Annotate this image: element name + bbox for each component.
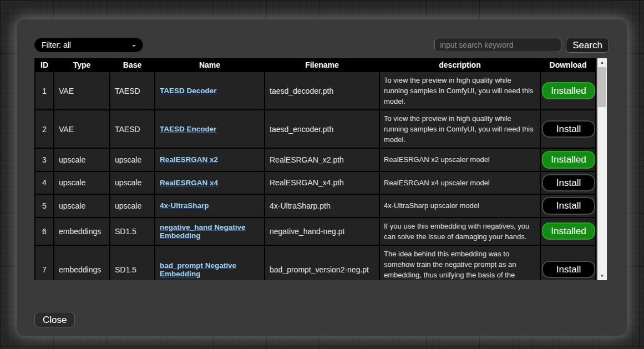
cell-filename: bad_prompt_version2-neg.pt xyxy=(265,245,379,280)
cell-download: Install xyxy=(540,171,596,195)
model-table-body: 1VAETAESDTAESD Decodertaesd_decoder.pthT… xyxy=(35,72,596,280)
header-id: ID xyxy=(35,59,54,72)
search-input[interactable] xyxy=(434,38,561,52)
installed-button[interactable]: Installed xyxy=(542,222,595,240)
cell-filename: RealESRGAN_x4.pth xyxy=(265,171,379,195)
cell-id: 3 xyxy=(35,148,54,171)
dialog-toolbar: Filter: all ⌄ Search xyxy=(34,38,609,52)
cell-id: 1 xyxy=(35,72,54,110)
cell-name: negative_hand Negative Embedding xyxy=(155,218,265,245)
cell-download: Installed xyxy=(540,72,596,110)
cell-name: TAESD Encoder xyxy=(155,110,265,148)
cell-base: SD1.5 xyxy=(110,218,155,245)
cell-download: Install xyxy=(540,245,596,280)
cell-type: embeddings xyxy=(54,218,110,245)
cell-type: embeddings xyxy=(54,245,110,280)
scroll-up-icon[interactable]: ▲ xyxy=(597,58,607,67)
installed-button[interactable]: Installed xyxy=(542,151,595,169)
cell-filename: taesd_encoder.pth xyxy=(265,110,379,148)
cell-download: Install xyxy=(540,110,596,148)
search-group: Search xyxy=(434,38,609,53)
cell-description: RealESRGAN x2 upscaler model xyxy=(379,148,540,171)
filter-dropdown-wrap: Filter: all ⌄ xyxy=(34,38,143,52)
cell-base: TAESD xyxy=(110,110,155,148)
cell-name: bad_prompt Negative Embedding xyxy=(155,245,265,280)
model-name-link[interactable]: negative_hand Negative Embedding xyxy=(160,223,246,240)
cell-type: upscale xyxy=(54,194,110,218)
cell-base: upscale xyxy=(110,194,155,218)
model-table-viewport: ID Type Base Name Filename description D… xyxy=(34,58,609,280)
cell-type: VAE xyxy=(54,110,110,148)
header-name: Name xyxy=(155,59,265,72)
cell-filename: RealESRGAN_x2.pth xyxy=(265,148,379,171)
cell-base: SD1.5 xyxy=(110,245,155,280)
table-header-row: ID Type Base Name Filename description D… xyxy=(35,59,596,72)
header-filename: Filename xyxy=(265,59,379,72)
cell-name: 4x-UltraSharp xyxy=(155,194,265,218)
cell-download: Install xyxy=(540,194,596,218)
model-name-link[interactable]: RealESRGAN x2 xyxy=(160,155,218,164)
cell-name: RealESRGAN x4 xyxy=(155,171,265,195)
scrollbar-thumb[interactable] xyxy=(598,67,606,107)
model-name-link[interactable]: TAESD Decoder xyxy=(160,87,217,95)
install-button[interactable]: Install xyxy=(542,174,595,192)
cell-id: 6 xyxy=(35,218,54,245)
cell-base: upscale xyxy=(110,148,155,171)
dialog-footer: Close xyxy=(34,312,609,327)
install-button[interactable]: Install xyxy=(542,120,595,138)
cell-filename: negative_hand-neg.pt xyxy=(265,218,379,245)
cell-description: To view the preview in high quality whil… xyxy=(379,72,540,110)
cell-description: The idea behind this embedding was to so… xyxy=(379,245,540,280)
cell-type: VAE xyxy=(54,72,110,110)
model-name-link[interactable]: 4x-UltraSharp xyxy=(160,201,209,210)
table-row: 7embeddingsSD1.5bad_prompt Negative Embe… xyxy=(35,245,596,280)
cell-id: 7 xyxy=(35,245,54,280)
cell-description: RealESRGAN x4 upscaler model xyxy=(379,171,540,195)
cell-name: RealESRGAN x2 xyxy=(155,148,265,171)
cell-id: 4 xyxy=(35,171,54,195)
table-row: 4upscaleupscaleRealESRGAN x4RealESRGAN_x… xyxy=(35,171,596,195)
table-scrollbar[interactable]: ▲ ▼ xyxy=(597,58,607,280)
table-row: 1VAETAESDTAESD Decodertaesd_decoder.pthT… xyxy=(35,72,596,110)
table-row: 5upscaleupscale4x-UltraSharp4x-UltraShar… xyxy=(35,194,596,218)
header-description: description xyxy=(379,59,540,72)
cell-filename: 4x-UltraSharp.pth xyxy=(265,194,379,218)
close-button[interactable]: Close xyxy=(34,312,75,327)
table-row: 6embeddingsSD1.5negative_hand Negative E… xyxy=(35,218,596,245)
cell-name: TAESD Decoder xyxy=(155,72,265,110)
scroll-down-icon[interactable]: ▼ xyxy=(597,272,607,280)
model-name-link[interactable]: TAESD Encoder xyxy=(160,125,217,133)
cell-download: Installed xyxy=(540,218,596,245)
model-install-dialog: Filter: all ⌄ Search ID Type Base Name F xyxy=(17,19,627,336)
model-name-link[interactable]: bad_prompt Negative Embedding xyxy=(160,261,236,278)
model-table: ID Type Base Name Filename description D… xyxy=(34,58,596,280)
search-button[interactable]: Search xyxy=(566,38,609,53)
cell-filename: taesd_decoder.pth xyxy=(265,72,379,110)
cell-base: TAESD xyxy=(110,72,155,110)
cell-type: upscale xyxy=(54,171,110,195)
cell-base: upscale xyxy=(110,171,155,195)
cell-description: To view the preview in high quality whil… xyxy=(379,110,540,148)
install-button[interactable]: Install xyxy=(542,261,595,279)
filter-select[interactable]: Filter: all xyxy=(34,38,143,52)
table-row: 2VAETAESDTAESD Encodertaesd_encoder.pthT… xyxy=(35,110,596,148)
cell-description: If you use this embedding with negatives… xyxy=(379,218,540,245)
table-row: 3upscaleupscaleRealESRGAN x2RealESRGAN_x… xyxy=(35,148,596,171)
header-type: Type xyxy=(54,59,110,72)
header-base: Base xyxy=(110,59,155,72)
install-button[interactable]: Install xyxy=(542,197,595,215)
cell-type: upscale xyxy=(54,148,110,171)
installed-button[interactable]: Installed xyxy=(542,82,595,100)
cell-description: 4x-UltraSharp upscaler model xyxy=(379,194,540,218)
cell-id: 2 xyxy=(35,110,54,148)
cell-download: Installed xyxy=(540,148,596,171)
cell-id: 5 xyxy=(35,194,54,218)
model-name-link[interactable]: RealESRGAN x4 xyxy=(160,179,218,187)
header-download: Download xyxy=(540,59,596,72)
